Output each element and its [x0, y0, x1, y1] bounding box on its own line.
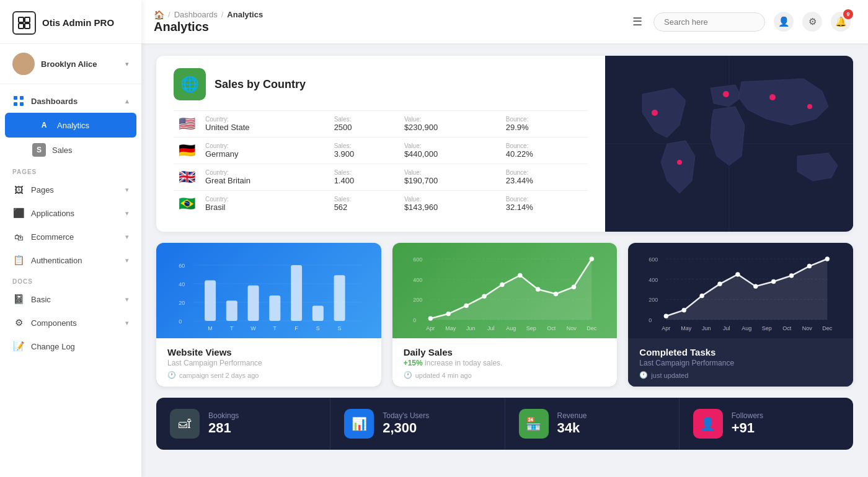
sidebar-item-ecommerce[interactable]: 🛍 Ecommerce ▾: [0, 225, 141, 248]
stat-icon: 👤: [693, 409, 723, 439]
svg-rect-6: [14, 96, 17, 100]
applications-icon: ⬛: [12, 207, 25, 219]
svg-text:Oct: Oct: [547, 325, 556, 331]
website-views-subtitle: Last Campaign Performance: [167, 359, 370, 367]
applications-label: Applications: [31, 209, 119, 218]
chevron-down-icon: ▾: [125, 60, 129, 68]
sales-letter-icon: S: [32, 143, 46, 157]
notification-icon[interactable]: 🔔 9: [831, 12, 851, 32]
sidebar: Otis Admin PRO Brooklyn Alice ▾ Dashboar…: [0, 0, 141, 477]
svg-text:600: 600: [649, 256, 658, 263]
changelog-label: Change Log: [31, 342, 129, 351]
table-row: 🇩🇪 Country: Germany Sales: 3.900 Value: …: [174, 138, 588, 164]
chevron-pages-icon: ▾: [125, 186, 129, 194]
chevron-comp-icon: ▾: [125, 319, 129, 327]
svg-text:Oct: Oct: [783, 325, 792, 331]
breadcrumb-sep1: /: [168, 10, 170, 19]
svg-point-84: [825, 257, 830, 261]
svg-rect-32: [269, 295, 280, 321]
website-views-info: Website Views Last Campaign Performance …: [156, 338, 381, 387]
svg-text:May: May: [681, 325, 693, 331]
svg-point-57: [590, 257, 594, 261]
sidebar-nav: Dashboards ▴ A Analytics S Sales PAGES 🖼…: [0, 84, 141, 477]
svg-text:200: 200: [649, 297, 658, 303]
svg-text:T: T: [273, 325, 277, 331]
clock-icon-2: 🕐: [404, 371, 412, 379]
sidebar-item-basic[interactable]: 📓 Basic ▾: [0, 287, 141, 311]
dashboards-label: Dashboards: [31, 97, 119, 106]
components-label: Components: [31, 318, 119, 328]
sidebar-logo: Otis Admin PRO: [0, 0, 141, 44]
sidebar-item-authentication[interactable]: 📋 Authentication ▾: [0, 248, 141, 272]
user-name: Brooklyn Alice: [41, 59, 119, 69]
svg-text:F: F: [294, 325, 298, 331]
hamburger-icon[interactable]: ☰: [632, 15, 642, 28]
svg-text:400: 400: [649, 277, 658, 283]
svg-point-52: [500, 282, 504, 287]
settings-icon[interactable]: ⚙: [802, 12, 822, 32]
basic-label: Basic: [31, 295, 119, 304]
auth-icon: 📋: [12, 254, 25, 266]
svg-text:Jun: Jun: [466, 325, 476, 331]
breadcrumb-sep2: /: [221, 10, 224, 19]
stat-label: Followers: [732, 411, 763, 420]
sidebar-item-pages[interactable]: 🖼 Pages ▾: [0, 178, 141, 201]
chevron-apps-icon: ▾: [125, 209, 129, 217]
main-area: 🏠 / Dashboards / Analytics Analytics ☰ 👤…: [141, 0, 868, 477]
breadcrumb-dashboards[interactable]: Dashboards: [174, 10, 218, 19]
completed-tasks-card: 0200400600AprMayJunJulAugSepOctNovDec Co…: [628, 243, 853, 387]
sales-label: Sales: [52, 146, 129, 155]
svg-text:Sep: Sep: [762, 325, 772, 331]
analytics-letter-icon: A: [37, 118, 51, 132]
pages-section-label: PAGES: [0, 162, 141, 178]
components-icon: ⚙: [12, 317, 25, 329]
sales-map: [605, 56, 853, 232]
stat-value: 2,300: [383, 420, 429, 436]
svg-point-50: [464, 304, 468, 308]
svg-point-78: [718, 282, 722, 286]
sales-by-country-card: 🌐 Sales by Country 🇺🇸 Country: United St…: [156, 56, 853, 232]
svg-text:0: 0: [179, 318, 182, 325]
svg-point-4: [19, 56, 29, 66]
svg-rect-0: [19, 17, 24, 22]
sidebar-item-analytics[interactable]: A Analytics: [5, 113, 136, 138]
svg-text:0: 0: [649, 317, 652, 323]
svg-text:Apr: Apr: [426, 325, 435, 331]
svg-text:Dec: Dec: [587, 325, 597, 331]
sidebar-item-components[interactable]: ⚙ Components ▾: [0, 311, 141, 335]
website-views-footer: 🕐 campaign sent 2 days ago: [167, 371, 370, 379]
sidebar-item-dashboards[interactable]: Dashboards ▴: [0, 89, 141, 113]
svg-text:W: W: [250, 325, 256, 331]
search-input[interactable]: [653, 12, 765, 32]
charts-row: 0204060MTWTFSS Website Views Last Campai…: [156, 243, 853, 387]
stat-item: 🛋 Bookings 281: [156, 398, 330, 450]
stat-info: Bookings 281: [208, 411, 239, 436]
svg-text:400: 400: [413, 277, 422, 283]
stat-value: 281: [208, 420, 239, 436]
svg-point-82: [789, 273, 794, 278]
avatar: [12, 53, 35, 75]
user-profile-icon[interactable]: 👤: [774, 12, 794, 32]
stat-info: Revenue 34k: [557, 411, 587, 436]
svg-point-76: [682, 308, 686, 312]
page-title: Analytics: [154, 20, 626, 34]
daily-sales-footer: 🕐 updated 4 min ago: [404, 371, 606, 379]
sidebar-item-applications[interactable]: ⬛ Applications ▾: [0, 201, 141, 225]
sidebar-user[interactable]: Brooklyn Alice ▾: [0, 44, 141, 84]
svg-text:Aug: Aug: [742, 325, 752, 331]
sidebar-item-changelog[interactable]: 📝 Change Log: [0, 335, 141, 358]
stats-row: 🛋 Bookings 281 📊 Today's Users 2,300 🏪 R…: [156, 398, 853, 450]
svg-text:M: M: [208, 325, 213, 331]
daily-sales-subtitle: +15% increase in today sales.: [404, 359, 606, 367]
svg-rect-34: [291, 265, 302, 321]
svg-text:40: 40: [179, 281, 185, 287]
breadcrumb-current: Analytics: [227, 10, 263, 19]
chevron-auth-icon: ▾: [125, 256, 129, 265]
stat-icon: 📊: [344, 409, 374, 439]
sales-card-header: 🌐 Sales by Country: [174, 68, 588, 100]
svg-rect-8: [14, 102, 17, 106]
changelog-icon: 📝: [12, 340, 25, 352]
daily-sales-chart: 0200400600AprMayJunJulAugSepOctNovDec: [392, 243, 618, 338]
svg-text:Apr: Apr: [662, 325, 671, 331]
sidebar-item-sales[interactable]: S Sales: [0, 138, 141, 162]
